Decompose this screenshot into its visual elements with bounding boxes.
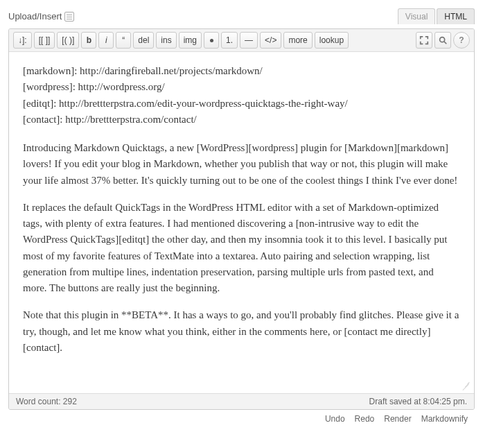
toolbar: ↓]: [[ ]] [( )] b i “ del ins img 1. — <…	[9, 29, 474, 52]
media-icon[interactable]	[64, 12, 74, 21]
tab-visual[interactable]: Visual	[398, 8, 435, 24]
tab-html[interactable]: HTML	[437, 8, 475, 24]
paragraph: It replaces the default QuickTags in the…	[23, 200, 460, 297]
markdownify-action[interactable]: Markdownify	[421, 414, 468, 424]
bullet-list-button[interactable]	[204, 32, 219, 49]
ref-line: [wordpress]: http://wordpress.org/	[23, 81, 165, 92]
svg-point-0	[440, 37, 445, 42]
numbered-list-button[interactable]: 1.	[221, 32, 238, 49]
bold-button[interactable]: b	[81, 32, 96, 49]
undo-action[interactable]: Undo	[325, 414, 345, 424]
ref-line: [markdown]: http://daringfireball.net/pr…	[23, 65, 263, 76]
status-bar: Word count: 292 Draft saved at 8:04:25 p…	[9, 393, 474, 409]
upload-insert-label: Upload/Insert	[8, 11, 62, 21]
help-button[interactable]: ?	[453, 32, 470, 49]
lookup-button[interactable]: lookup	[315, 32, 349, 49]
bullet-icon	[210, 39, 213, 42]
editor-panel: ↓]: [[ ]] [( )] b i “ del ins img 1. — <…	[8, 28, 475, 410]
help-icon: ?	[459, 35, 464, 45]
paren-brackets-button[interactable]: [( )]	[57, 32, 79, 49]
jump-refs-button[interactable]: ↓]:	[13, 32, 32, 49]
del-button[interactable]: del	[133, 32, 154, 49]
render-action[interactable]: Render	[384, 414, 411, 424]
ref-line: [contact]: http://brettterpstra.com/cont…	[23, 114, 197, 125]
redo-action[interactable]: Redo	[355, 414, 375, 424]
quote-button[interactable]: “	[116, 32, 131, 49]
ins-button[interactable]: ins	[156, 32, 176, 49]
ref-line: [editqt]: http://brettterpstra.com/edit-…	[23, 98, 348, 109]
img-button[interactable]: img	[179, 32, 202, 49]
brackets-button[interactable]: [[ ]]	[34, 32, 55, 49]
bottom-actions: Undo Redo Render Markdownify	[8, 410, 475, 424]
paragraph: Introducing Markdown Quicktags, a new [W…	[23, 140, 460, 189]
search-button[interactable]	[434, 32, 451, 49]
paragraph: Note that this plugin in **BETA**. It ha…	[23, 307, 460, 356]
editor-textarea[interactable]: [markdown]: http://daringfireball.net/pr…	[9, 52, 474, 393]
draft-saved: Draft saved at 8:04:25 pm.	[369, 397, 467, 406]
upload-insert[interactable]: Upload/Insert	[8, 11, 74, 21]
fullscreen-icon	[419, 35, 429, 45]
more-button[interactable]: more	[283, 32, 312, 49]
word-count: Word count: 292	[16, 397, 77, 406]
code-button[interactable]: </>	[260, 32, 281, 49]
hr-button[interactable]: —	[240, 32, 258, 49]
search-icon	[438, 35, 448, 45]
editor-tabs: Visual HTML	[398, 8, 475, 24]
resize-handle[interactable]	[459, 379, 468, 389]
italic-button[interactable]: i	[98, 32, 114, 49]
fullscreen-button[interactable]	[416, 32, 432, 49]
